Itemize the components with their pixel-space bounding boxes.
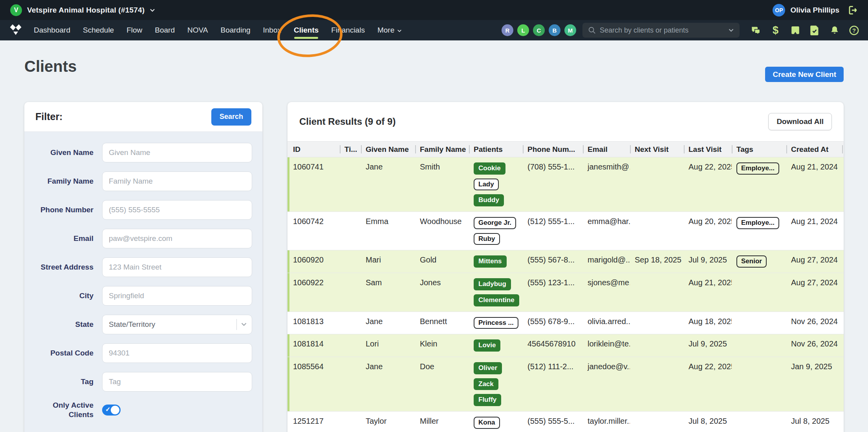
column-header: Family Name (415, 142, 469, 157)
state-select[interactable]: State/Territory (102, 315, 252, 334)
tag-pill: Senior (736, 255, 767, 268)
cell-id: 1081814 (288, 334, 340, 357)
org-switcher[interactable]: V Vetspire Animal Hospital (#1574) (10, 4, 155, 16)
cell-created-at: Aug 27, 2024 (786, 250, 844, 273)
filter-row: Postal Code (35, 343, 252, 363)
notifications-icon[interactable] (829, 25, 840, 36)
client-row[interactable]: 1085564JaneDoeOliverZackFluffy(512) 111-… (288, 357, 844, 411)
user-avatar[interactable]: OP (773, 4, 785, 16)
org-name: Vetspire Animal Hospital (#1574) (27, 6, 145, 15)
patient-pill[interactable]: Lovie (474, 339, 500, 352)
team-avatar-m[interactable]: M (564, 24, 576, 36)
client-row[interactable]: 1060742EmmaWoodhouseGeorge Jr.Ruby(512) … (288, 212, 844, 250)
patient-pill[interactable]: Zack (474, 378, 498, 390)
patient-pill[interactable]: George Jr. (474, 217, 516, 229)
nav-item-label: Board (155, 26, 175, 35)
cell-created-at: Aug 21, 2024 (786, 157, 844, 212)
cell-next-visit (630, 334, 684, 357)
team-avatars: RLCBM (502, 24, 576, 36)
tag-field[interactable] (102, 372, 252, 392)
street-address-field[interactable] (102, 257, 252, 277)
nav-item-flow[interactable]: Flow (126, 26, 142, 35)
client-row[interactable]: 1060922SamJonesLadybugClementine(555) 12… (288, 273, 844, 312)
cell-patients: Mittens (469, 250, 523, 273)
cell-given-name: Emma (361, 212, 415, 250)
only-active-clients-toggle[interactable]: ✓ (102, 405, 121, 416)
filter-row: Email (35, 229, 252, 248)
create-new-client-button[interactable]: Create New Client (765, 67, 844, 82)
active-tab-underline (294, 37, 318, 39)
nav-item-clients[interactable]: Clients (294, 26, 319, 35)
filter-row: StateState/Territory (35, 315, 252, 334)
client-row[interactable]: 1060920MariGoldMittens(555) 567-8...mari… (288, 250, 844, 273)
patient-pill[interactable]: Mittens (474, 255, 507, 268)
cell-given-name: Jane (361, 357, 415, 411)
nav-item-more[interactable]: More (377, 26, 402, 35)
patient-pill[interactable]: Lady (474, 179, 499, 191)
chevron-down-icon[interactable] (728, 28, 734, 32)
bookmark-icon[interactable] (790, 25, 800, 36)
filter-search-button[interactable]: Search (211, 108, 251, 126)
nav-item-board[interactable]: Board (155, 26, 175, 35)
tasks-icon[interactable] (809, 25, 820, 36)
nav-item-nova[interactable]: NOVA (187, 26, 208, 35)
vetspire-logo[interactable] (9, 24, 23, 36)
email-field[interactable] (102, 229, 252, 248)
cell-last-visit: Aug 22, 2025 (684, 357, 732, 411)
family-name-field[interactable] (102, 171, 252, 191)
nav-item-schedule[interactable]: Schedule (83, 26, 114, 35)
download-all-button[interactable]: Download All (768, 113, 832, 130)
given-name-field[interactable] (102, 143, 252, 162)
cell-last-visit: Aug 20, 2025 (684, 212, 732, 250)
column-header: Phone Num... (523, 142, 583, 157)
logout-button[interactable] (847, 5, 858, 16)
billing-icon[interactable]: $ (770, 25, 781, 36)
patient-pill[interactable]: Clementine (474, 294, 519, 306)
patient-pill[interactable]: Kona (474, 417, 500, 429)
search-input[interactable] (600, 26, 724, 35)
chat-icon[interactable] (751, 25, 761, 36)
patient-pill[interactable]: Ruby (474, 233, 500, 245)
team-avatar-b[interactable]: B (549, 24, 560, 36)
nav-item-financials[interactable]: Financials (331, 26, 365, 35)
client-row[interactable]: 1251217TaylorMillerKona(555) 555-5...tay… (288, 411, 844, 432)
patient-pill[interactable]: Cookie (474, 162, 505, 175)
cell-tags (732, 273, 786, 312)
nav-item-boarding[interactable]: Boarding (220, 26, 250, 35)
patient-pill[interactable]: Buddy (474, 194, 504, 206)
filter-label: Email (35, 234, 102, 243)
team-avatar-l[interactable]: L (517, 24, 529, 36)
filter-row: Given Name (35, 143, 252, 162)
help-icon[interactable]: ? (849, 25, 859, 36)
cell-created-at: Jul 8, 2025 (786, 411, 844, 432)
global-search[interactable] (582, 23, 740, 38)
patient-pill[interactable]: Ladybug (474, 278, 511, 290)
phone-number-field[interactable] (102, 200, 252, 220)
patient-pill[interactable]: Princess ... (474, 317, 518, 329)
nav-item-dashboard[interactable]: Dashboard (34, 26, 70, 35)
cell-given-name: Taylor (361, 411, 415, 432)
cell-email: taylor.miller... (583, 411, 630, 432)
cell-last-visit: Jul 8, 2025 (684, 411, 732, 432)
user-name: Olivia Phillips (790, 6, 839, 15)
filter-label: Tag (35, 377, 102, 386)
cell-given-name: Lori (361, 334, 415, 357)
chevron-down-icon (397, 26, 402, 35)
postal-code-field[interactable] (102, 343, 252, 363)
client-row[interactable]: 1060741JaneSmithCookieLadyBuddy(708) 555… (288, 157, 844, 212)
team-avatar-r[interactable]: R (502, 24, 513, 36)
patient-pill[interactable]: Fluffy (474, 394, 501, 406)
search-icon (588, 26, 596, 34)
cell-family-name: Gold (415, 250, 469, 273)
team-avatar-c[interactable]: C (533, 24, 545, 36)
nav-item-inbox[interactable]: Inbox (263, 26, 281, 35)
toggle-knob (111, 406, 119, 414)
cell-family-name: Doe (415, 357, 469, 411)
client-row[interactable]: 1081814LoriKleinLovie45645678910loriklei… (288, 334, 844, 357)
patient-pill[interactable]: Oliver (474, 362, 502, 374)
city-field[interactable] (102, 286, 252, 306)
cell-created-at: Nov 26, 2024 (786, 312, 844, 334)
cell-tags (732, 312, 786, 334)
client-row[interactable]: 1081813JaneBennettPrincess ...(555) 678-… (288, 312, 844, 334)
nav-item-label: Financials (331, 26, 365, 35)
